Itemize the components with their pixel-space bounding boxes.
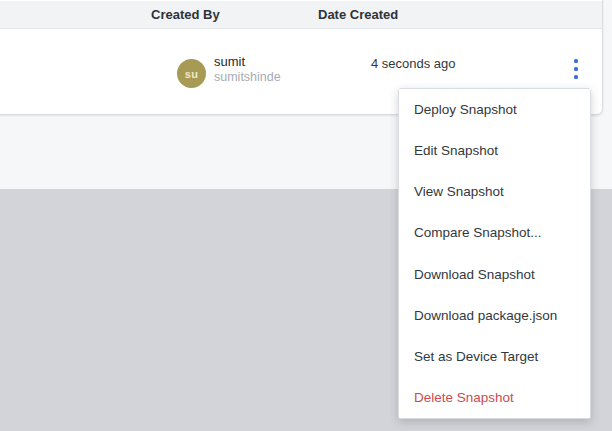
- snapshot-actions-menu: Deploy Snapshot Edit Snapshot View Snaps…: [398, 88, 591, 419]
- avatar-initials: su: [185, 68, 198, 80]
- column-header-created-by: Created By: [151, 1, 220, 29]
- menu-item-download-snapshot[interactable]: Download Snapshot: [399, 254, 590, 295]
- menu-item-set-as-device-target[interactable]: Set as Device Target: [399, 336, 590, 377]
- table-header-row: Created By Date Created: [0, 1, 602, 29]
- menu-item-delete-snapshot[interactable]: Delete Snapshot: [399, 377, 590, 418]
- menu-item-download-package-json[interactable]: Download package.json: [399, 295, 590, 336]
- menu-item-view-snapshot[interactable]: View Snapshot: [399, 171, 590, 212]
- row-actions-kebab-button[interactable]: [565, 53, 587, 85]
- user-username: sumitshinde: [214, 70, 281, 84]
- menu-item-compare-snapshot[interactable]: Compare Snapshot...: [399, 212, 590, 253]
- menu-item-deploy-snapshot[interactable]: Deploy Snapshot: [399, 89, 590, 130]
- user-display-name: sumit: [214, 54, 245, 69]
- column-header-date-created: Date Created: [318, 1, 398, 29]
- avatar: su: [177, 59, 206, 88]
- snapshots-screen: Created By Date Created su sumit sumitsh…: [0, 0, 612, 431]
- menu-item-edit-snapshot[interactable]: Edit Snapshot: [399, 130, 590, 171]
- date-created-value: 4 seconds ago: [371, 56, 456, 71]
